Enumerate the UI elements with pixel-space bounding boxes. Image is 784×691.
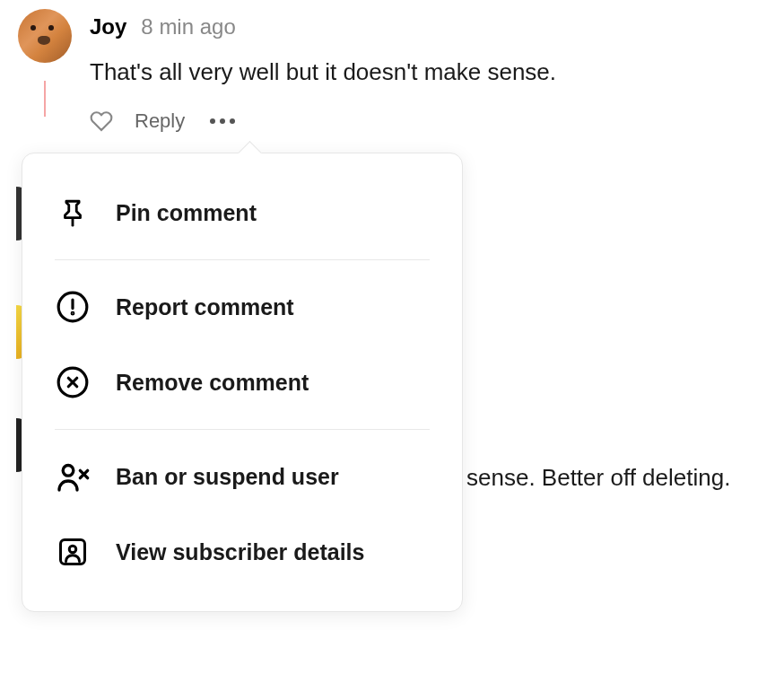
author-name[interactable]: Joy	[90, 14, 126, 39]
menu-label: Pin comment	[116, 200, 257, 226]
comment-actions: Reply	[90, 109, 784, 133]
comment-header: Joy 8 min ago	[90, 14, 784, 39]
thread-line	[44, 81, 46, 117]
svg-point-11	[69, 546, 76, 553]
menu-label: Remove comment	[116, 370, 309, 396]
comment-body: Joy 8 min ago That's all very well but i…	[90, 9, 784, 133]
svg-point-7	[63, 466, 74, 477]
comment: Joy 8 min ago That's all very well but i…	[18, 9, 784, 133]
comment-options-menu: Pin comment Report comment Remove commen…	[22, 153, 463, 612]
menu-label: View subscriber details	[116, 539, 364, 565]
author-avatar[interactable]	[18, 9, 72, 63]
background-comment-text: sense. Better off deleting.	[466, 464, 730, 492]
view-subscriber-item[interactable]: View subscriber details	[22, 514, 462, 590]
report-comment-item[interactable]: Report comment	[22, 269, 462, 345]
menu-label: Ban or suspend user	[116, 464, 339, 490]
comment-timestamp: 8 min ago	[141, 14, 235, 39]
user-card-icon	[55, 534, 91, 570]
ban-user-item[interactable]: Ban or suspend user	[22, 439, 462, 514]
menu-label: Report comment	[116, 294, 294, 320]
comment-text: That's all very well but it doesn't make…	[90, 56, 784, 88]
pin-icon	[55, 195, 91, 231]
x-circle-icon	[55, 364, 91, 400]
more-options-button[interactable]	[206, 115, 239, 127]
pin-comment-item[interactable]: Pin comment	[22, 175, 462, 250]
svg-point-3	[72, 312, 74, 314]
avatar-column	[18, 9, 72, 133]
menu-divider	[55, 429, 430, 430]
user-x-icon	[55, 459, 91, 494]
alert-circle-icon	[55, 289, 91, 325]
menu-divider	[55, 259, 430, 260]
remove-comment-item[interactable]: Remove comment	[22, 345, 462, 420]
reply-button[interactable]: Reply	[135, 109, 185, 133]
heart-icon[interactable]	[90, 109, 113, 133]
